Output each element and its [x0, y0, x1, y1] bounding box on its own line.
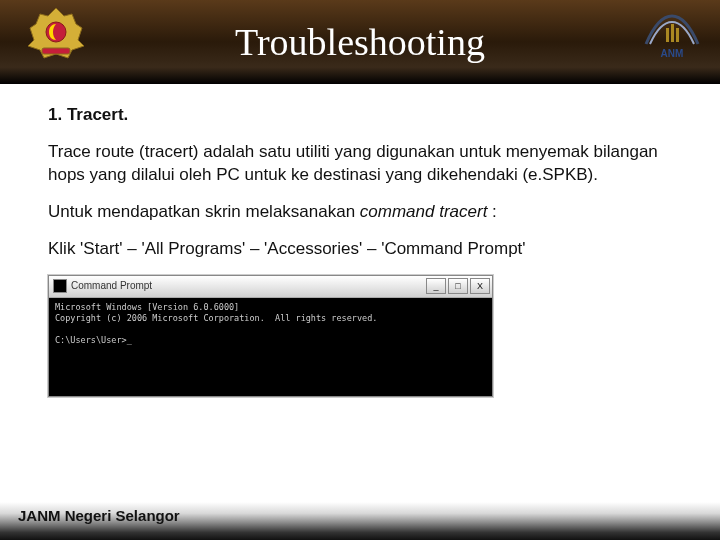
para2-part-a: Untuk mendapatkan skrin melaksanakan — [48, 202, 360, 221]
anm-label: ANM — [644, 48, 700, 59]
svg-rect-2 — [666, 28, 669, 42]
crest-logo — [20, 6, 92, 62]
paragraph-2: Untuk mendapatkan skrin melaksanakan com… — [48, 201, 672, 224]
para2-part-c: : — [487, 202, 496, 221]
paragraph-3: Klik 'Start' – 'All Programs' – 'Accesso… — [48, 238, 672, 261]
cmd-line-1: Microsoft Windows [Version 6.0.6000] — [55, 302, 239, 312]
cmd-line-4: C:\Users\User>_ — [55, 335, 132, 345]
cmd-line-2: Copyright (c) 2006 Microsoft Corporation… — [55, 313, 377, 323]
slide-footer: JANM Negeri Selangor — [0, 502, 720, 540]
cmd-icon — [53, 279, 67, 293]
slide-content: 1. Tracert. Trace route (tracert) adalah… — [0, 84, 720, 397]
slide-header: Troubleshooting ANM — [0, 0, 720, 84]
svg-rect-3 — [671, 24, 674, 42]
cmd-window-title: Command Prompt — [71, 279, 152, 293]
paragraph-1: Trace route (tracert) adalah satu utilit… — [48, 141, 672, 187]
command-prompt-window: Command Prompt _ □ X Microsoft Windows [… — [48, 275, 493, 397]
cmd-window-buttons: _ □ X — [426, 278, 490, 294]
maximize-button[interactable]: □ — [448, 278, 468, 294]
cmd-body: Microsoft Windows [Version 6.0.6000] Cop… — [49, 298, 492, 396]
page-title: Troubleshooting — [235, 20, 485, 64]
svg-rect-1 — [42, 48, 70, 54]
minimize-button[interactable]: _ — [426, 278, 446, 294]
anm-logo: ANM — [644, 8, 700, 58]
svg-rect-4 — [676, 28, 679, 42]
close-button[interactable]: X — [470, 278, 490, 294]
cmd-titlebar: Command Prompt _ □ X — [49, 276, 492, 298]
para2-part-b: command tracert — [360, 202, 488, 221]
footer-text: JANM Negeri Selangor — [18, 507, 180, 524]
section-subtitle: 1. Tracert. — [48, 104, 672, 127]
